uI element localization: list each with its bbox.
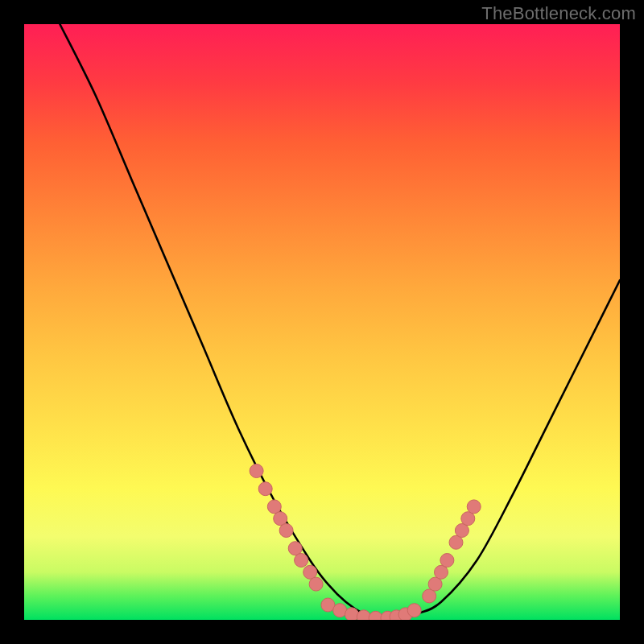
bottleneck-curve xyxy=(60,24,620,620)
curve-marker xyxy=(279,524,293,538)
attribution-text: TheBottleneck.com xyxy=(481,3,636,24)
curve-marker xyxy=(440,554,454,568)
chart-frame xyxy=(24,24,620,620)
curve-markers-left xyxy=(250,464,323,592)
curve-markers-bottom xyxy=(321,598,421,620)
curve-marker xyxy=(467,500,481,514)
curve-marker xyxy=(258,482,272,496)
curve-marker xyxy=(309,577,323,591)
curve-marker xyxy=(407,604,421,617)
curve-marker xyxy=(295,554,308,568)
curve-markers-right xyxy=(423,500,481,603)
curve-marker xyxy=(250,464,263,478)
bottleneck-curve-svg xyxy=(24,24,620,620)
